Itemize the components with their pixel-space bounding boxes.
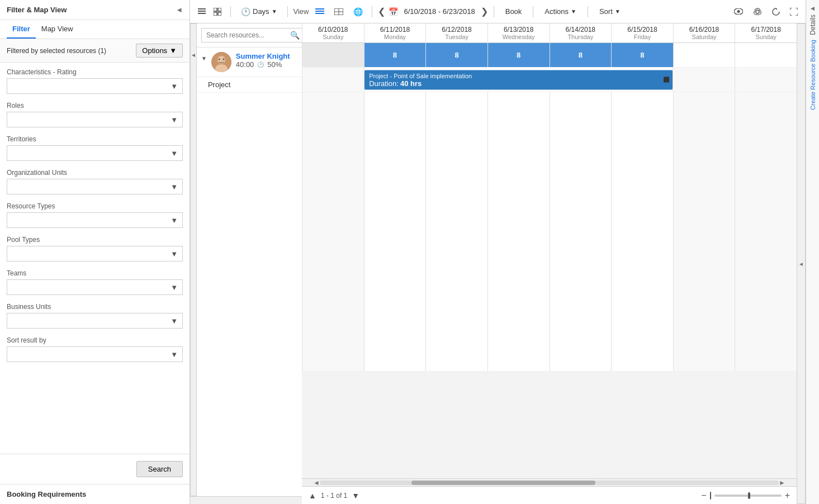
svg-rect-6 <box>218 12 221 16</box>
empty-cell-0[interactable] <box>302 92 364 371</box>
globe-icon[interactable]: 🌐 <box>350 5 366 18</box>
calendar-header: 6/10/2018 Sunday 6/11/2018 Monday 6/12/2… <box>302 23 797 43</box>
field-select-territories[interactable]: ▼ <box>7 145 183 161</box>
fullscreen-icon[interactable] <box>787 6 801 18</box>
zoom-divider <box>710 492 711 500</box>
field-select-org-units[interactable]: ▼ <box>7 179 183 194</box>
filter-title: Filter & Map View <box>7 6 67 14</box>
collapse-left-button[interactable]: ◄ <box>190 23 197 496</box>
field-label-teams: Teams <box>7 269 183 277</box>
empty-cell-4[interactable] <box>550 92 612 371</box>
actions-label: Actions <box>545 7 569 16</box>
field-select-roles[interactable]: ▼ <box>7 112 183 127</box>
sort-button[interactable]: Sort ▼ <box>594 5 626 18</box>
calendar-icon[interactable]: 📅 <box>389 7 398 16</box>
zoom-handle[interactable] <box>748 492 750 499</box>
actions-chevron-icon: ▼ <box>571 8 576 15</box>
col-header-6: 6/16/2018 Saturday <box>673 23 735 42</box>
table-icon[interactable] <box>331 6 347 17</box>
hscroll-right-icon[interactable]: ► <box>779 479 785 487</box>
resource-hscroll[interactable] <box>190 496 302 504</box>
page-up-icon[interactable]: ▲ <box>309 491 316 500</box>
collapse-right-calendar-button[interactable]: ◄ <box>797 23 806 504</box>
date-1: 6/11/2018 <box>366 26 425 34</box>
cell-0-0[interactable] <box>302 43 364 67</box>
svg-point-14 <box>737 10 740 13</box>
field-select-sort-result[interactable]: ▼ <box>7 346 183 362</box>
search-resources-input[interactable] <box>206 31 290 39</box>
cell-0-1[interactable]: 8 <box>364 43 426 67</box>
field-select-resource-types[interactable]: ▼ <box>7 212 183 228</box>
tab-filter[interactable]: Filter <box>7 20 36 39</box>
booking-resize-handle[interactable] <box>664 77 669 83</box>
search-button[interactable]: Search <box>136 461 183 477</box>
field-teams: Teams ▼ <box>7 269 183 295</box>
zoom-out-button[interactable]: − <box>701 491 706 501</box>
avatar <box>211 52 231 72</box>
collapse-filter-icon[interactable]: ◄ <box>176 6 183 14</box>
list-view-icon[interactable] <box>195 6 209 18</box>
search-icon[interactable]: 🔍 <box>290 31 300 40</box>
field-territories: Territories ▼ <box>7 135 183 161</box>
empty-cell-6[interactable] <box>673 92 735 371</box>
eye-icon[interactable] <box>731 6 746 17</box>
cell-0-4[interactable]: 8 <box>550 43 612 67</box>
resource-search-inner: 🔍 <box>201 28 302 42</box>
empty-cell-2[interactable] <box>425 92 487 371</box>
options-button[interactable]: Options ▼ <box>136 44 183 58</box>
hours-2: 8 <box>455 51 458 59</box>
field-label-pool-types: Pool Types <box>7 236 183 244</box>
days-button[interactable]: 🕐 Days ▼ <box>236 5 282 18</box>
empty-cell-1[interactable] <box>364 92 426 371</box>
details-collapse-icon[interactable]: ◄ <box>809 4 816 12</box>
hscroll-left-icon[interactable]: ◄ <box>313 479 320 487</box>
svg-rect-5 <box>214 12 217 16</box>
field-organizational-units: Organizational Units ▼ <box>7 169 183 194</box>
empty-cell-5[interactable] <box>611 92 673 371</box>
prev-arrow-icon[interactable]: ❮ <box>378 6 385 17</box>
actions-button[interactable]: Actions ▼ <box>539 5 582 18</box>
zoom-in-button[interactable]: + <box>785 491 790 501</box>
chevron-down-icon: ▼ <box>171 216 178 225</box>
calendar-body: 8 8 8 8 8 Project - Point of Sale implem… <box>302 43 797 478</box>
create-resource-booking-label[interactable]: Create Resource Booking <box>809 40 816 110</box>
cell-0-3[interactable]: 8 <box>487 43 550 67</box>
zoom-bar[interactable] <box>714 495 782 497</box>
cell-0-7[interactable] <box>735 43 797 67</box>
empty-row-1 <box>302 92 797 372</box>
field-select-teams[interactable]: ▼ <box>7 279 183 295</box>
booking-bar-area[interactable]: Project - Point of Sale implementation D… <box>364 68 673 92</box>
collapse-left-icon: ◄ <box>191 52 196 58</box>
resource-name[interactable]: Summer Knight <box>236 52 290 60</box>
book-button[interactable]: Book <box>500 5 528 18</box>
list-icon[interactable] <box>312 6 328 17</box>
chevron-down-icon: ▼ <box>171 82 178 91</box>
field-roles: Roles ▼ <box>7 102 183 127</box>
cell-0-6[interactable] <box>673 43 735 67</box>
tab-map-view[interactable]: Map View <box>36 20 79 39</box>
field-select-pool-types[interactable]: ▼ <box>7 246 183 261</box>
field-select-business-units[interactable]: ▼ <box>7 313 183 329</box>
col-header-7: 6/17/2018 Sunday <box>735 23 797 42</box>
hscroll-track[interactable] <box>320 481 779 485</box>
date-0: 6/10/2018 <box>304 26 363 34</box>
empty-cell-3[interactable] <box>487 92 550 371</box>
resource-expand-arrow-icon[interactable]: ▼ <box>201 55 207 61</box>
field-select-characteristics[interactable]: ▼ <box>7 78 183 94</box>
next-arrow-icon[interactable]: ❯ <box>481 6 488 17</box>
gear-icon[interactable] <box>750 5 765 18</box>
hscroll-thumb[interactable] <box>411 481 595 485</box>
date-4: 6/14/2018 <box>551 26 610 34</box>
booking-cell-6 <box>673 68 735 92</box>
empty-cell-7[interactable] <box>735 92 797 371</box>
booking-title: Project - Point of Sale implementation <box>369 72 668 79</box>
svg-rect-2 <box>198 13 206 14</box>
cell-0-2[interactable]: 8 <box>425 43 487 67</box>
page-down-icon[interactable]: ▼ <box>352 491 359 500</box>
svg-rect-8 <box>315 11 324 12</box>
resource-item: ▼ <box>197 47 302 77</box>
booking-bar[interactable]: Project - Point of Sale implementation D… <box>364 70 673 89</box>
cell-0-5[interactable]: 8 <box>611 43 673 67</box>
grid-view-icon[interactable] <box>210 6 225 18</box>
refresh-icon[interactable] <box>769 6 783 18</box>
